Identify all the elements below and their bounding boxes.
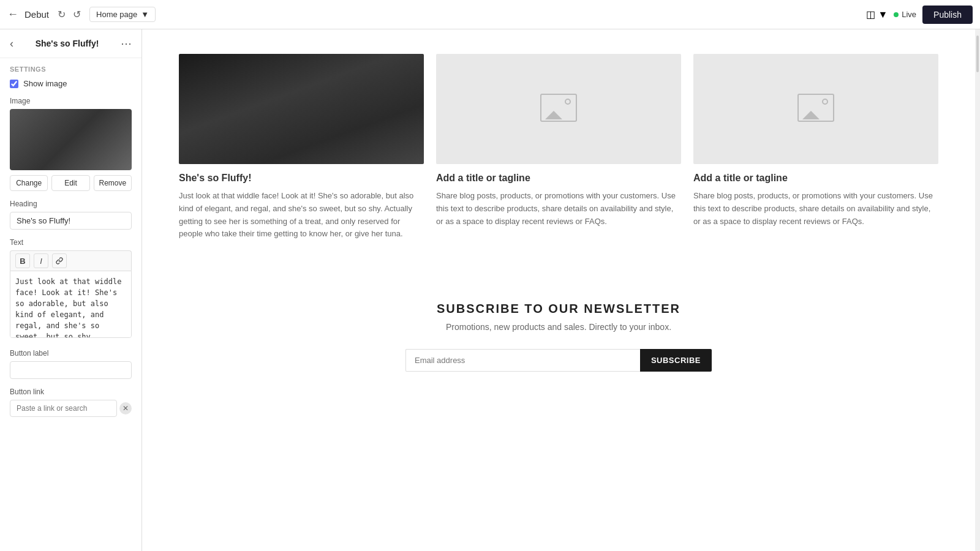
text-editor-area[interactable]: Just look at that widdle face! Look at i… [10, 271, 132, 338]
ph-circle-3 [822, 99, 828, 105]
cat-image [179, 54, 424, 164]
text-field-group: Text B I Just look at that widdle face! … [10, 238, 132, 340]
main-area: ‹ She's so Fluffy! ⋯ SETTINGS Show image… [0, 29, 980, 551]
button-label-input[interactable] [10, 361, 132, 379]
button-label-field-group: Button label [10, 349, 132, 379]
feature-card-3: Add a title or tagline Share blog posts,… [693, 54, 938, 241]
card3-text: Share blog posts, products, or promotion… [693, 190, 938, 228]
topbar: ← Debut ↻ ↺ Home page ▼ ◫ ▼ Live Publish [0, 0, 980, 29]
page-select-label: Home page [96, 10, 137, 19]
link-input-wrap: ✕ [10, 400, 132, 417]
placeholder-image-2 [436, 54, 681, 164]
image-field-group: Image Change Edit Remove [10, 97, 132, 191]
cat-silhouette [179, 54, 424, 164]
show-image-label: Show image [23, 79, 67, 88]
button-link-label: Button link [10, 388, 132, 396]
card1-heading: She's so Fluffy! [179, 173, 424, 184]
card3-heading: Add a title or tagline [693, 173, 938, 184]
redo-button[interactable]: ↺ [70, 6, 83, 23]
dropdown-icon: ▼ [141, 10, 149, 19]
newsletter-subtitle: Promotions, new products and sales. Dire… [191, 322, 926, 332]
image-label: Image [10, 97, 132, 105]
device-icon: ◫ [866, 9, 875, 20]
remove-image-button[interactable]: Remove [94, 175, 132, 191]
newsletter-section: SUBSCRIBE TO OUR NEWSLETTER Promotions, … [179, 277, 938, 396]
card2-heading: Add a title or tagline [436, 173, 681, 184]
panel-content: SETTINGS Show image Image Change Edit Re… [0, 58, 141, 551]
panel-header: ‹ She's so Fluffy! ⋯ [0, 29, 141, 58]
email-input[interactable] [405, 349, 640, 372]
panel-menu-icon[interactable]: ⋯ [121, 37, 132, 50]
card2-text: Share blog posts, products, or promotion… [436, 190, 681, 228]
topbar-left: ← Debut ↻ ↺ Home page ▼ [7, 6, 860, 23]
image-preview [10, 109, 132, 170]
text-label: Text [10, 238, 132, 247]
placeholder-icon-3 [797, 94, 834, 124]
page-select[interactable]: Home page ▼ [89, 7, 156, 22]
live-dot [894, 12, 899, 17]
live-badge: Live [894, 10, 916, 19]
heading-label: Heading [10, 200, 132, 208]
ph-circle-2 [565, 99, 571, 105]
undo-redo-group: ↻ ↺ [55, 6, 83, 23]
heading-input[interactable]: She's so Fluffy! [10, 212, 132, 230]
feature-card-1: She's so Fluffy! Just look at that widdl… [179, 54, 424, 241]
button-label-label: Button label [10, 349, 132, 358]
image-buttons: Change Edit Remove [10, 175, 132, 191]
image-preview-inner [10, 109, 132, 170]
card1-text: Just look at that widdle face! Look at i… [179, 190, 424, 241]
content-area: She's so Fluffy! Just look at that widdl… [142, 29, 975, 551]
panel-back-icon[interactable]: ‹ [10, 37, 13, 50]
placeholder-image-3 [693, 54, 938, 164]
button-link-field-group: Button link ✕ [10, 388, 132, 417]
placeholder-icon-2 [540, 94, 577, 124]
left-panel: ‹ She's so Fluffy! ⋯ SETTINGS Show image… [0, 29, 142, 551]
placeholder-inner-2 [436, 54, 681, 164]
undo-button[interactable]: ↻ [55, 6, 68, 23]
ph-mountain-2 [545, 111, 562, 119]
bold-button[interactable]: B [15, 253, 30, 268]
edit-image-button[interactable]: Edit [51, 175, 89, 191]
app-title: Debut [24, 9, 49, 20]
show-image-row: Show image [10, 79, 132, 88]
link-button[interactable] [52, 253, 67, 268]
link-clear-button[interactable]: ✕ [119, 402, 132, 414]
device-dropdown-icon: ▼ [878, 9, 888, 20]
placeholder-inner-3 [693, 54, 938, 164]
text-editor-toolbar: B I [10, 250, 132, 271]
feature-card-2: Add a title or tagline Share blog posts,… [436, 54, 681, 241]
device-selector[interactable]: ◫ ▼ [866, 9, 888, 20]
live-label: Live [902, 10, 916, 19]
subscribe-button[interactable]: SUBSCRIBE [640, 349, 712, 372]
show-image-checkbox[interactable] [10, 80, 18, 88]
button-link-input[interactable] [10, 400, 117, 417]
publish-button[interactable]: Publish [922, 6, 973, 24]
panel-title: She's so Fluffy! [36, 39, 99, 48]
content-scrollbar [975, 29, 980, 551]
settings-label: SETTINGS [10, 66, 132, 73]
newsletter-title: SUBSCRIBE TO OUR NEWSLETTER [191, 302, 926, 316]
ph-mountain-3 [802, 111, 820, 119]
featured-grid: She's so Fluffy! Just look at that widdl… [179, 54, 938, 241]
scrollbar-thumb[interactable] [976, 36, 979, 72]
topbar-right: ◫ ▼ Live Publish [866, 6, 973, 24]
heading-field-group: Heading She's so Fluffy! [10, 200, 132, 230]
change-image-button[interactable]: Change [10, 175, 48, 191]
italic-button[interactable]: I [34, 253, 48, 268]
back-icon[interactable]: ← [7, 8, 18, 21]
newsletter-form: SUBSCRIBE [405, 349, 712, 372]
